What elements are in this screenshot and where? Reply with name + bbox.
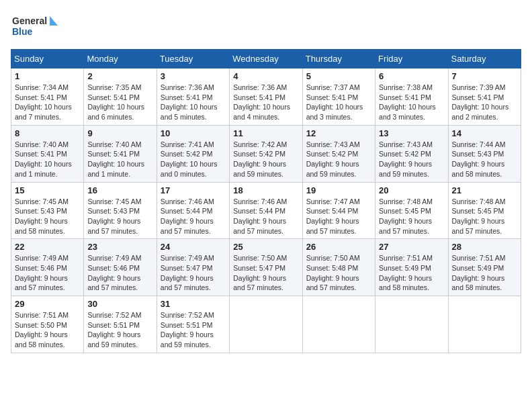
day-info: Sunrise: 7:52 AMSunset: 5:51 PMDaylight:… [87, 310, 152, 350]
day-cell-31: 31Sunrise: 7:52 AMSunset: 5:51 PMDayligh… [157, 296, 229, 353]
day-info: Sunrise: 7:43 AMSunset: 5:42 PMDaylight:… [379, 140, 444, 179]
day-cell-16: 16Sunrise: 7:45 AMSunset: 5:43 PMDayligh… [84, 182, 157, 239]
day-info: Sunrise: 7:51 AMSunset: 5:49 PMDaylight:… [452, 253, 517, 293]
weekday-header-tuesday: Tuesday [157, 50, 229, 68]
day-cell-20: 20Sunrise: 7:48 AMSunset: 5:45 PMDayligh… [375, 182, 448, 239]
day-info: Sunrise: 7:45 AMSunset: 5:43 PMDaylight:… [15, 197, 80, 236]
day-number: 23 [87, 242, 152, 252]
day-number: 25 [233, 242, 298, 252]
day-info: Sunrise: 7:49 AMSunset: 5:46 PMDaylight:… [87, 253, 152, 293]
day-cell-14: 14Sunrise: 7:44 AMSunset: 5:43 PMDayligh… [448, 125, 521, 182]
day-cell-27: 27Sunrise: 7:51 AMSunset: 5:49 PMDayligh… [375, 239, 448, 296]
day-number: 26 [306, 242, 371, 252]
day-cell-19: 19Sunrise: 7:47 AMSunset: 5:44 PMDayligh… [302, 182, 375, 239]
day-info: Sunrise: 7:36 AMSunset: 5:41 PMDaylight:… [161, 83, 226, 122]
weekday-header-saturday: Saturday [448, 50, 521, 68]
day-info: Sunrise: 7:48 AMSunset: 5:45 PMDaylight:… [452, 197, 517, 236]
day-number: 3 [161, 71, 226, 81]
day-info: Sunrise: 7:52 AMSunset: 5:51 PMDaylight:… [161, 310, 226, 350]
day-number: 11 [233, 128, 298, 138]
day-cell-29: 29Sunrise: 7:51 AMSunset: 5:50 PMDayligh… [11, 296, 84, 353]
day-cell-15: 15Sunrise: 7:45 AMSunset: 5:43 PMDayligh… [11, 182, 84, 239]
calendar-table: SundayMondayTuesdayWednesdayThursdayFrid… [11, 49, 521, 353]
day-number: 8 [15, 128, 80, 138]
day-info: Sunrise: 7:39 AMSunset: 5:41 PMDaylight:… [452, 83, 517, 122]
calendar-week-row: 1Sunrise: 7:34 AMSunset: 5:41 PMDaylight… [11, 68, 521, 126]
day-number: 20 [379, 185, 444, 195]
weekday-header-wednesday: Wednesday [230, 50, 302, 68]
day-number: 18 [233, 185, 298, 195]
svg-marker-2 [50, 16, 58, 26]
empty-day-cell [375, 296, 448, 353]
day-cell-26: 26Sunrise: 7:50 AMSunset: 5:48 PMDayligh… [302, 239, 375, 296]
day-cell-7: 7Sunrise: 7:39 AMSunset: 5:41 PMDaylight… [448, 68, 521, 126]
day-number: 16 [87, 185, 152, 195]
logo: General Blue [11, 11, 58, 41]
day-cell-6: 6Sunrise: 7:38 AMSunset: 5:41 PMDaylight… [375, 68, 448, 126]
day-number: 2 [87, 71, 152, 81]
day-info: Sunrise: 7:43 AMSunset: 5:42 PMDaylight:… [306, 140, 371, 179]
day-info: Sunrise: 7:48 AMSunset: 5:45 PMDaylight:… [379, 197, 444, 236]
day-number: 12 [306, 128, 371, 138]
day-info: Sunrise: 7:34 AMSunset: 5:41 PMDaylight:… [15, 83, 80, 122]
day-info: Sunrise: 7:40 AMSunset: 5:41 PMDaylight:… [87, 140, 152, 179]
day-number: 4 [233, 71, 298, 81]
day-cell-3: 3Sunrise: 7:36 AMSunset: 5:41 PMDaylight… [157, 68, 229, 126]
calendar-header-row: SundayMondayTuesdayWednesdayThursdayFrid… [11, 50, 521, 68]
day-info: Sunrise: 7:51 AMSunset: 5:50 PMDaylight:… [15, 310, 80, 350]
calendar-week-row: 15Sunrise: 7:45 AMSunset: 5:43 PMDayligh… [11, 182, 521, 239]
day-number: 30 [87, 299, 152, 309]
day-info: Sunrise: 7:40 AMSunset: 5:41 PMDaylight:… [15, 140, 80, 179]
empty-day-cell [230, 296, 302, 353]
page-header: General Blue [11, 11, 521, 41]
logo-svg: General Blue [11, 11, 58, 41]
day-cell-30: 30Sunrise: 7:52 AMSunset: 5:51 PMDayligh… [84, 296, 157, 353]
day-cell-25: 25Sunrise: 7:50 AMSunset: 5:47 PMDayligh… [230, 239, 302, 296]
day-number: 22 [15, 242, 80, 252]
day-cell-10: 10Sunrise: 7:41 AMSunset: 5:42 PMDayligh… [157, 125, 229, 182]
day-number: 9 [87, 128, 152, 138]
day-info: Sunrise: 7:49 AMSunset: 5:46 PMDaylight:… [15, 253, 80, 293]
day-info: Sunrise: 7:41 AMSunset: 5:42 PMDaylight:… [161, 140, 226, 179]
day-cell-8: 8Sunrise: 7:40 AMSunset: 5:41 PMDaylight… [11, 125, 84, 182]
day-cell-28: 28Sunrise: 7:51 AMSunset: 5:49 PMDayligh… [448, 239, 521, 296]
day-cell-12: 12Sunrise: 7:43 AMSunset: 5:42 PMDayligh… [302, 125, 375, 182]
day-info: Sunrise: 7:47 AMSunset: 5:44 PMDaylight:… [306, 197, 371, 236]
day-info: Sunrise: 7:44 AMSunset: 5:43 PMDaylight:… [452, 140, 517, 179]
day-number: 29 [15, 299, 80, 309]
day-info: Sunrise: 7:37 AMSunset: 5:41 PMDaylight:… [306, 83, 371, 122]
day-number: 14 [452, 128, 517, 138]
svg-text:General: General [12, 15, 47, 26]
day-number: 5 [306, 71, 371, 81]
day-number: 27 [379, 242, 444, 252]
day-cell-17: 17Sunrise: 7:46 AMSunset: 5:44 PMDayligh… [157, 182, 229, 239]
day-info: Sunrise: 7:38 AMSunset: 5:41 PMDaylight:… [379, 83, 444, 122]
day-number: 15 [15, 185, 80, 195]
day-cell-24: 24Sunrise: 7:49 AMSunset: 5:47 PMDayligh… [157, 239, 229, 296]
day-cell-2: 2Sunrise: 7:35 AMSunset: 5:41 PMDaylight… [84, 68, 157, 126]
day-info: Sunrise: 7:50 AMSunset: 5:47 PMDaylight:… [233, 253, 298, 293]
day-info: Sunrise: 7:50 AMSunset: 5:48 PMDaylight:… [306, 253, 371, 293]
day-cell-13: 13Sunrise: 7:43 AMSunset: 5:42 PMDayligh… [375, 125, 448, 182]
day-info: Sunrise: 7:49 AMSunset: 5:47 PMDaylight:… [161, 253, 226, 293]
empty-day-cell [448, 296, 521, 353]
day-cell-1: 1Sunrise: 7:34 AMSunset: 5:41 PMDaylight… [11, 68, 84, 126]
day-cell-21: 21Sunrise: 7:48 AMSunset: 5:45 PMDayligh… [448, 182, 521, 239]
day-number: 13 [379, 128, 444, 138]
day-cell-5: 5Sunrise: 7:37 AMSunset: 5:41 PMDaylight… [302, 68, 375, 126]
day-cell-22: 22Sunrise: 7:49 AMSunset: 5:46 PMDayligh… [11, 239, 84, 296]
day-info: Sunrise: 7:42 AMSunset: 5:42 PMDaylight:… [233, 140, 298, 179]
day-number: 6 [379, 71, 444, 81]
day-info: Sunrise: 7:36 AMSunset: 5:41 PMDaylight:… [233, 83, 298, 122]
calendar-week-row: 22Sunrise: 7:49 AMSunset: 5:46 PMDayligh… [11, 239, 521, 296]
day-info: Sunrise: 7:46 AMSunset: 5:44 PMDaylight:… [233, 197, 298, 236]
day-cell-23: 23Sunrise: 7:49 AMSunset: 5:46 PMDayligh… [84, 239, 157, 296]
day-number: 17 [161, 185, 226, 195]
day-number: 10 [161, 128, 226, 138]
day-number: 28 [452, 242, 517, 252]
day-number: 21 [452, 185, 517, 195]
day-cell-9: 9Sunrise: 7:40 AMSunset: 5:41 PMDaylight… [84, 125, 157, 182]
day-info: Sunrise: 7:45 AMSunset: 5:43 PMDaylight:… [87, 197, 152, 236]
weekday-header-thursday: Thursday [302, 50, 375, 68]
empty-day-cell [302, 296, 375, 353]
